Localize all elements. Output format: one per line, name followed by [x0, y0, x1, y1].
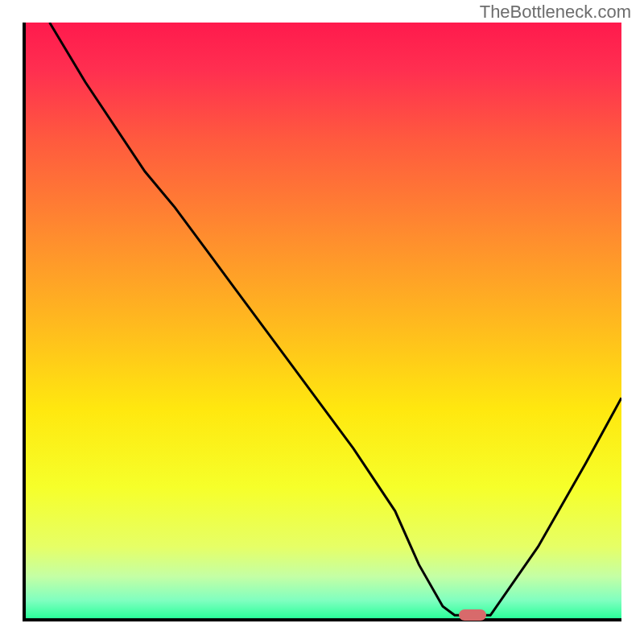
chart-container: TheBottleneck.com — [0, 0, 644, 644]
bottleneck-curve — [26, 23, 621, 618]
optimum-marker — [459, 609, 486, 621]
watermark-text: TheBottleneck.com — [480, 2, 631, 23]
plot-area — [23, 23, 621, 621]
